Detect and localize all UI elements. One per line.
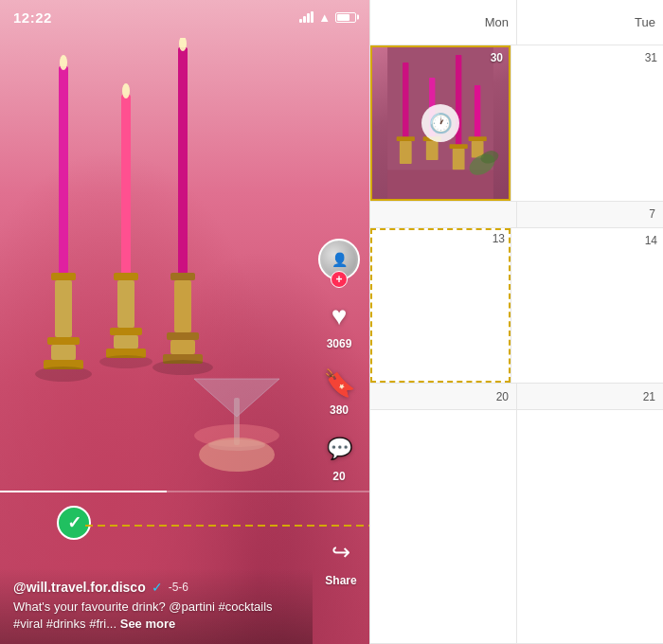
calendar-cell-30[interactable]: 🕐 30 <box>370 45 511 201</box>
svg-rect-36 <box>400 141 412 164</box>
svg-rect-38 <box>426 141 439 160</box>
calendar-col-tue: Tue <box>516 0 663 45</box>
svg-rect-16 <box>170 273 195 280</box>
svg-point-21 <box>35 367 92 382</box>
comment-button[interactable]: 💬 20 <box>320 430 358 483</box>
cell-date-14: 14 <box>517 234 657 247</box>
clock-icon: 🕐 <box>421 104 459 142</box>
svg-rect-14 <box>178 47 188 275</box>
svg-rect-40 <box>453 149 465 170</box>
cell-date-13: 13 <box>493 232 505 245</box>
tiktok-panel: 12:22 ▲ 👤 + ♥ 3069 <box>0 0 369 644</box>
day-label-mon: Mon <box>485 15 509 29</box>
dashed-connection-line <box>85 502 369 549</box>
video-progress-bar[interactable] <box>0 491 369 492</box>
svg-rect-12 <box>114 335 138 349</box>
svg-point-22 <box>99 355 152 368</box>
calendar-row-1: 🕐 30 31 <box>370 45 663 202</box>
svg-rect-9 <box>114 273 138 280</box>
calendar-header: Mon Tue <box>370 0 663 45</box>
week-date-20: 20 <box>370 384 516 409</box>
calendar-cell-21[interactable] <box>516 410 663 643</box>
svg-rect-7 <box>121 95 131 275</box>
status-icons: ▲ <box>299 10 356 25</box>
event-card-solid[interactable]: 🕐 30 <box>370 45 511 201</box>
follow-button[interactable]: + <box>331 271 348 288</box>
svg-rect-11 <box>110 328 142 335</box>
comment-icon: 💬 <box>320 430 358 468</box>
calendar-row-3 <box>370 410 663 644</box>
action-buttons: 👤 + ♥ 3069 🔖 380 💬 20 <box>318 239 360 483</box>
svg-rect-4 <box>47 337 80 345</box>
calendar-row-2: 13 14 <box>370 228 663 385</box>
svg-rect-39 <box>450 144 468 149</box>
username-text: @will.travel.for.disco <box>13 580 146 595</box>
calendar-cell-13[interactable]: 13 <box>370 228 511 384</box>
cell-date-30: 30 <box>491 51 503 64</box>
calendar-body: 🕐 30 31 7 13 14 <box>370 45 663 644</box>
bookmark-icon: 🔖 <box>320 364 358 402</box>
status-bar: 12:22 ▲ <box>0 0 369 34</box>
heart-icon: ♥ <box>320 297 358 335</box>
event-thumbnail: 🕐 <box>372 47 509 199</box>
svg-rect-41 <box>469 136 487 141</box>
progress-fill <box>0 491 167 492</box>
svg-rect-18 <box>167 332 199 340</box>
svg-point-27 <box>199 438 275 472</box>
week-date-7: 7 <box>516 202 663 227</box>
verified-icon: ✓ <box>152 580 163 595</box>
svg-rect-5 <box>51 345 76 360</box>
week-row-20: 20 21 <box>370 384 663 410</box>
creator-avatar[interactable]: 👤 + <box>318 239 360 280</box>
bookmark-count: 380 <box>330 403 349 417</box>
like-count: 3069 <box>327 337 352 350</box>
battery-icon <box>335 12 356 23</box>
event-placeholder-dashed[interactable] <box>370 228 511 384</box>
svg-rect-3 <box>55 280 72 337</box>
share-label: Share <box>325 574 356 587</box>
bookmark-button[interactable]: 🔖 380 <box>320 364 358 417</box>
calendar-cell-14[interactable]: 14 <box>511 228 663 384</box>
svg-rect-35 <box>397 136 415 141</box>
svg-rect-0 <box>59 66 68 275</box>
week-number-7-mon <box>370 202 516 227</box>
svg-point-1 <box>60 55 67 70</box>
signal-icon <box>299 11 314 23</box>
time-display: 12:22 <box>13 9 52 26</box>
like-button[interactable]: ♥ 3069 <box>320 297 358 350</box>
svg-rect-19 <box>170 340 195 354</box>
calendar-col-mon: Mon <box>370 0 516 45</box>
svg-rect-31 <box>403 63 408 138</box>
calendar-cell-31[interactable]: 31 <box>511 45 663 201</box>
calendar-panel: Mon Tue <box>369 0 663 644</box>
svg-point-23 <box>152 360 213 375</box>
wifi-icon: ▲ <box>318 10 331 25</box>
see-more-button[interactable]: See more <box>120 617 176 631</box>
svg-rect-17 <box>174 280 191 332</box>
svg-rect-2 <box>51 273 76 280</box>
svg-rect-10 <box>117 280 134 328</box>
week-row-7: 7 <box>370 202 663 228</box>
svg-point-8 <box>122 83 130 98</box>
candles-illustration <box>9 38 313 492</box>
username-row: @will.travel.for.disco ✓ -5-6 <box>13 580 299 595</box>
svg-rect-34 <box>475 85 480 138</box>
day-label-tue: Tue <box>635 15 655 29</box>
calendar-cell-20[interactable] <box>370 410 516 643</box>
comment-count: 20 <box>332 470 345 483</box>
video-info: @will.travel.for.disco ✓ -5-6 What's you… <box>0 568 313 644</box>
score-badge: -5-6 <box>169 581 188 594</box>
cell-date-31: 31 <box>517 51 657 64</box>
week-date-21: 21 <box>516 384 663 409</box>
video-caption: What's your favourite drink? @partini #c… <box>13 599 299 633</box>
